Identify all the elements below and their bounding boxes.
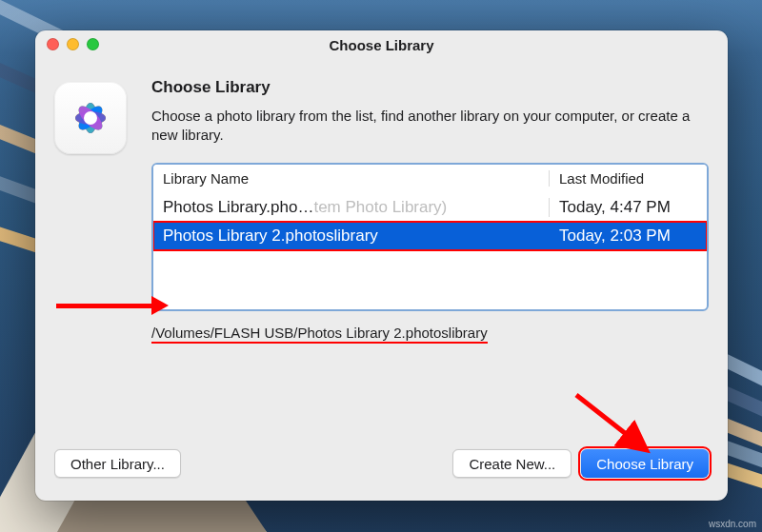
table-row[interactable]: Photos Library.pho… tem Photo Library) T… — [153, 193, 707, 222]
table-row-selected[interactable]: Photos Library 2.photoslibrary Today, 2:… — [153, 222, 707, 250]
close-icon[interactable] — [47, 38, 59, 50]
library-modified-text: Today, 4:47 PM — [549, 198, 707, 217]
window-title: Choose Library — [329, 37, 433, 53]
annotation-arrow — [572, 390, 686, 476]
column-header-modified[interactable]: Last Modified — [549, 170, 707, 187]
create-new-button[interactable]: Create New... — [452, 449, 572, 478]
svg-line-10 — [576, 395, 643, 447]
watermark: wsxdn.com — [709, 519, 756, 529]
library-name-suffix: tem Photo Library) — [313, 198, 447, 217]
library-name-text: Photos Library.pho… — [163, 198, 313, 217]
zoom-icon[interactable] — [87, 38, 99, 50]
svg-point-8 — [84, 111, 97, 125]
library-path: /Volumes/FLASH USB/Photos Library 2.phot… — [151, 325, 488, 344]
table-header: Library Name Last Modified — [153, 165, 707, 193]
other-library-button[interactable]: Other Library... — [54, 449, 181, 478]
dialog-heading: Choose Library — [151, 78, 709, 97]
column-header-name[interactable]: Library Name — [153, 170, 549, 187]
photos-app-icon — [54, 82, 127, 154]
library-name-text: Photos Library 2.photoslibrary — [153, 227, 549, 246]
dialog-subtext: Choose a photo library from the list, fi… — [151, 107, 709, 146]
library-modified-text: Today, 2:03 PM — [549, 227, 707, 246]
minimize-icon[interactable] — [67, 38, 79, 50]
window-controls — [47, 38, 99, 50]
library-table: Library Name Last Modified Photos Librar… — [151, 163, 709, 311]
titlebar: Choose Library — [35, 30, 728, 59]
